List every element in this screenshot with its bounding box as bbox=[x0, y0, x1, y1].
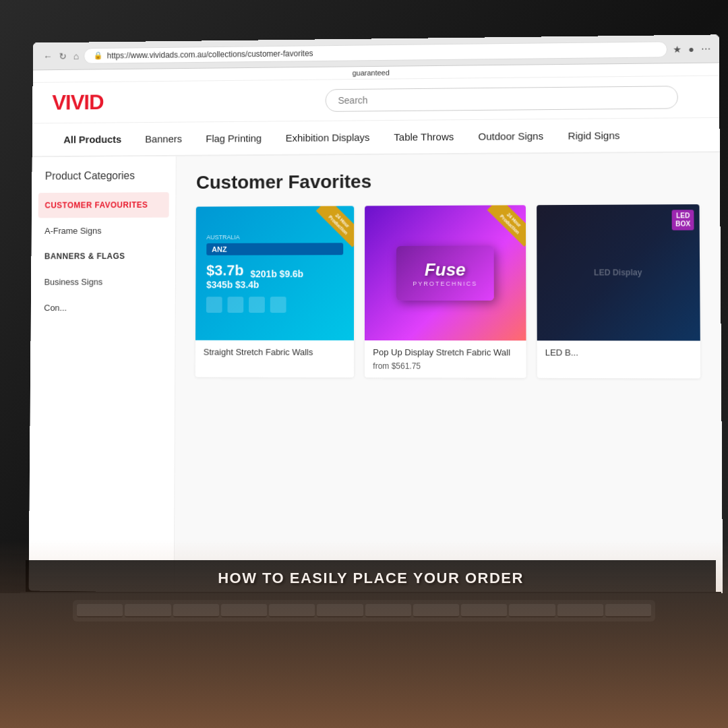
sidebar-item-banners-flags[interactable]: BANNERS & FLAGS bbox=[31, 243, 175, 269]
site-header: VIVID bbox=[32, 76, 719, 124]
caption-text: HOW TO EASILY PLACE YOUR ORDER bbox=[218, 570, 524, 587]
menu-icon[interactable]: ⋯ bbox=[701, 43, 710, 54]
anz-stat-2: $201b $9.6b bbox=[250, 268, 303, 279]
product-name-3: LED B... bbox=[537, 340, 700, 362]
site-logo[interactable]: VIVID bbox=[52, 90, 103, 115]
anz-stats-row2: $345b $3.4b bbox=[206, 279, 343, 290]
sidebar-item-aframe-signs[interactable]: A-Frame Signs bbox=[32, 218, 176, 244]
home-icon[interactable]: ⌂ bbox=[73, 51, 79, 61]
sidebar-item-con[interactable]: Con... bbox=[31, 295, 175, 321]
product-image-2: 24 HourProduction Fuse PYROTECHNICS bbox=[365, 205, 526, 340]
fuse-box: Fuse PYROTECHNICS bbox=[396, 245, 493, 300]
product-price-2: from $561.75 bbox=[365, 361, 526, 378]
main-content: Customer Favorites 24 HourProduction AUS… bbox=[175, 152, 723, 599]
ribbon-text-2: 24 HourProduction bbox=[487, 205, 526, 247]
anz-stat-1: $3.7b bbox=[206, 262, 244, 280]
key-3[interactable] bbox=[173, 604, 219, 617]
page-title: Customer Favorites bbox=[196, 169, 699, 193]
anz-icon-1 bbox=[206, 297, 222, 313]
site-navigation: All Products Banners Flag Printing Exhib… bbox=[32, 118, 720, 157]
lock-icon: 🔒 bbox=[94, 51, 103, 60]
key-8[interactable] bbox=[413, 604, 459, 617]
nav-rigid-signs[interactable]: Rigid Signs bbox=[555, 119, 632, 152]
sidebar-item-business-signs[interactable]: Business Signs bbox=[31, 269, 175, 295]
url-text: https://www.vividads.com.au/collections/… bbox=[107, 49, 313, 60]
bookmark-icon[interactable]: ★ bbox=[673, 44, 681, 55]
products-grid: 24 HourProduction AUSTRALIA ANZ $3.7b $2… bbox=[195, 204, 700, 378]
key-10[interactable] bbox=[509, 604, 555, 617]
fuse-title: Fuse bbox=[413, 259, 477, 280]
browser-screen: ← ↻ ⌂ 🔒 https://www.vividads.com.au/coll… bbox=[29, 34, 723, 599]
product-name-1: Straight Stretch Fabric Walls bbox=[195, 340, 354, 361]
guarantee-text: guaranteed bbox=[353, 69, 390, 77]
product-image-3: LEDBOX LED Display bbox=[537, 204, 700, 340]
keyboard bbox=[73, 600, 655, 621]
sidebar: Product Categories CUSTOMER FAVOURITES A… bbox=[29, 156, 177, 594]
anz-stats-row: $3.7b $201b $9.6b bbox=[206, 262, 343, 279]
caption-bar: HOW TO EASILY PLACE YOUR ORDER bbox=[26, 560, 716, 597]
sidebar-title: Product Categories bbox=[32, 170, 175, 193]
nav-table-throws[interactable]: Table Throws bbox=[382, 120, 466, 154]
ribbon-24h-2: 24 HourProduction bbox=[478, 205, 526, 252]
page-content: guaranteed VIVID All Products Banners Fl… bbox=[29, 63, 723, 599]
product-name-2: Pop Up Display Stretch Fabric Wall bbox=[365, 340, 526, 362]
key-1[interactable] bbox=[77, 604, 123, 617]
key-5[interactable] bbox=[269, 604, 315, 617]
browser-actions: ★ ● ⋯ bbox=[673, 43, 711, 55]
anz-icon-4 bbox=[270, 297, 286, 313]
product-card-1[interactable]: 24 HourProduction AUSTRALIA ANZ $3.7b $2… bbox=[195, 206, 355, 378]
back-icon[interactable]: ← bbox=[43, 51, 53, 61]
anz-icon-2 bbox=[227, 297, 243, 313]
anz-icons-row bbox=[206, 297, 344, 313]
led-placeholder: LED Display bbox=[594, 268, 642, 277]
anz-icon-3 bbox=[249, 297, 265, 313]
key-9[interactable] bbox=[461, 604, 507, 617]
ribbon-text-1: 24 HourProduction bbox=[316, 206, 355, 247]
key-2[interactable] bbox=[125, 604, 171, 617]
keyboard-area bbox=[0, 593, 728, 728]
nav-banners[interactable]: Banners bbox=[133, 122, 194, 155]
product-card-2[interactable]: 24 HourProduction Fuse PYROTECHNICS Pop … bbox=[365, 205, 526, 377]
key-7[interactable] bbox=[365, 604, 411, 617]
key-11[interactable] bbox=[557, 604, 603, 617]
nav-flag-printing[interactable]: Flag Printing bbox=[193, 121, 273, 154]
extensions-icon[interactable]: ● bbox=[688, 43, 694, 54]
fuse-subtitle: PYROTECHNICS bbox=[413, 280, 477, 286]
main-layout: Product Categories CUSTOMER FAVOURITES A… bbox=[29, 152, 723, 599]
forward-icon[interactable]: ↻ bbox=[59, 51, 67, 61]
nav-all-products[interactable]: All Products bbox=[52, 123, 133, 156]
product-card-3[interactable]: LEDBOX LED Display LED B... bbox=[537, 204, 700, 378]
address-bar[interactable]: 🔒 https://www.vividads.com.au/collection… bbox=[84, 41, 667, 64]
nav-exhibition-displays[interactable]: Exhibition Displays bbox=[274, 121, 382, 154]
product-image-1: 24 HourProduction AUSTRALIA ANZ $3.7b $2… bbox=[195, 206, 355, 340]
led-badge: LEDBOX bbox=[672, 210, 694, 230]
search-input[interactable] bbox=[326, 86, 678, 112]
ribbon-24h-1: 24 HourProduction bbox=[307, 206, 355, 253]
key-12[interactable] bbox=[605, 604, 651, 617]
sidebar-item-customer-favourites[interactable]: CUSTOMER FAVOURITES bbox=[38, 192, 169, 218]
nav-outdoor-signs[interactable]: Outdoor Signs bbox=[466, 119, 555, 153]
anz-stat-3: $345b $3.4b bbox=[206, 279, 259, 290]
key-4[interactable] bbox=[221, 604, 267, 617]
browser-nav-icons: ← ↻ ⌂ bbox=[43, 51, 79, 61]
key-6[interactable] bbox=[317, 604, 363, 617]
